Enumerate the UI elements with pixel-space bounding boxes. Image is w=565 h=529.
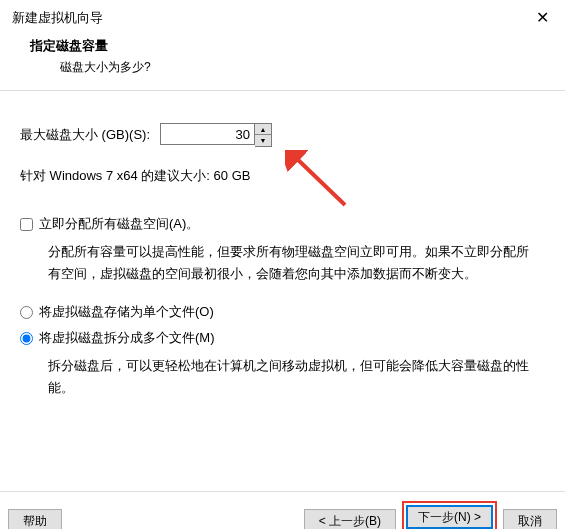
store-split-desc: 拆分磁盘后，可以更轻松地在计算机之间移动虚拟机，但可能会降低大容量磁盘的性能。 xyxy=(20,355,545,399)
page-title: 指定磁盘容量 xyxy=(30,37,565,55)
store-split-radio[interactable] xyxy=(20,332,33,345)
spinner-down-button[interactable]: ▼ xyxy=(255,135,271,146)
store-single-radio[interactable] xyxy=(20,306,33,319)
help-button[interactable]: 帮助 xyxy=(8,509,62,529)
recommended-size-hint: 针对 Windows 7 x64 的建议大小: 60 GB xyxy=(20,167,545,185)
disk-size-label: 最大磁盘大小 (GB)(S): xyxy=(20,126,150,144)
next-button[interactable]: 下一步(N) > xyxy=(406,505,493,529)
cancel-button[interactable]: 取消 xyxy=(503,509,557,529)
window-title: 新建虚拟机向导 xyxy=(12,9,103,27)
next-button-highlight: 下一步(N) > xyxy=(402,501,497,529)
allocate-now-checkbox[interactable] xyxy=(20,218,33,231)
page-subtitle: 磁盘大小为多少? xyxy=(30,55,565,76)
store-split-label: 将虚拟磁盘拆分成多个文件(M) xyxy=(39,329,215,347)
disk-size-input[interactable] xyxy=(160,123,255,145)
close-icon[interactable]: ✕ xyxy=(532,8,553,27)
back-button[interactable]: < 上一步(B) xyxy=(304,509,396,529)
spinner-up-button[interactable]: ▲ xyxy=(255,124,271,135)
allocate-now-label: 立即分配所有磁盘空间(A)。 xyxy=(39,215,199,233)
allocate-now-desc: 分配所有容量可以提高性能，但要求所有物理磁盘空间立即可用。如果不立即分配所有空间… xyxy=(20,241,545,285)
store-single-label: 将虚拟磁盘存储为单个文件(O) xyxy=(39,303,214,321)
